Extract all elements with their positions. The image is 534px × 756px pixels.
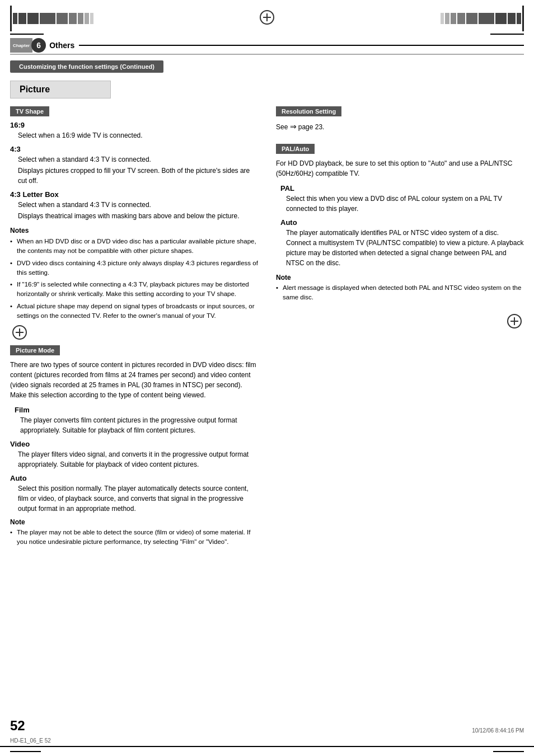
- note-item: •When an HD DVD disc or a DVD video disc…: [10, 237, 258, 256]
- video-title: Video: [10, 440, 258, 448]
- notes-list: •When an HD DVD disc or a DVD video disc…: [10, 237, 258, 321]
- tv-shape-4-3-lb: 4:3 Letter Box Select when a standard 4:…: [10, 190, 258, 221]
- left-deco-blocks: [13, 13, 93, 24]
- page-ref-icon: ⇒: [290, 121, 297, 133]
- left-thin-line: [10, 34, 44, 35]
- tv-shape-4-3-body1: Select when a standard 4:3 TV is connect…: [10, 154, 258, 165]
- pal-auto-item: Auto The player automatically identifies…: [276, 218, 524, 268]
- tv-shape-16-9-title: 16:9: [10, 121, 258, 129]
- picture-mode-auto: Auto Select this position normally. The …: [10, 474, 258, 514]
- tv-shape-4-3-body2: Displays pictures cropped to fill your T…: [10, 166, 258, 186]
- two-col-layout: TV Shape 16:9 Select when a 16:9 wide TV…: [10, 106, 524, 547]
- resolution-body: See ⇒ page 23.: [276, 121, 524, 133]
- page-wrapper: Chapter 6 Others Customizing the functio…: [0, 0, 534, 756]
- tv-shape-16-9: 16:9 Select when a 16:9 wide TV is conne…: [10, 121, 258, 140]
- video-body: The player filters video signal, and con…: [10, 449, 258, 469]
- tv-shape-section: TV Shape 16:9 Select when a 16:9 wide TV…: [10, 106, 258, 321]
- auto-title: Auto: [10, 474, 258, 482]
- picture-mode-video: Video The player filters video signal, a…: [10, 440, 258, 469]
- right-thin-line: [490, 34, 524, 35]
- deco-block: [517, 13, 521, 24]
- picture-heading: Picture: [10, 81, 111, 98]
- bottom-right-line: [493, 751, 524, 752]
- chapter-underline: [79, 45, 524, 46]
- footer-info-right: 10/12/06 8:44:16 PM: [472, 727, 524, 734]
- pal-auto-title: Auto: [276, 218, 524, 227]
- right-column: Resolution Setting See ⇒ page 23. PAL/Au…: [276, 106, 524, 328]
- subtitle-container: Customizing the function settings (Conti…: [10, 60, 524, 73]
- pal-auto-body: The player automatically identifies PAL …: [276, 228, 524, 268]
- center-crosshair: [260, 6, 274, 25]
- pal-auto-label: PAL/Auto: [276, 144, 315, 154]
- bottom-left-line: [10, 751, 41, 752]
- film-title: Film: [10, 406, 258, 414]
- header-separator: [10, 54, 524, 55]
- tv-shape-4-3: 4:3 Select when a standard 4:3 TV is con…: [10, 145, 258, 186]
- top-thin-lines: [10, 34, 524, 35]
- deco-block: [90, 13, 93, 24]
- picture-mode-intro: There are two types of source content in…: [10, 360, 258, 400]
- pal-auto-note-text: •Alert message is displayed when detecte…: [276, 283, 524, 303]
- left-crosshair-area: [10, 325, 258, 340]
- tv-shape-4-3-lb-body1: Select when a standard 4:3 TV is connect…: [10, 200, 258, 210]
- subtitle-bar: Customizing the function settings (Conti…: [10, 60, 163, 73]
- left-column: TV Shape 16:9 Select when a 16:9 wide TV…: [10, 106, 258, 547]
- deco-block: [466, 13, 477, 24]
- picture-mode-section: Picture Mode There are two types of sour…: [10, 345, 258, 547]
- right-vertical-bar: [522, 6, 524, 31]
- deco-block: [18, 13, 26, 24]
- deco-block: [495, 13, 507, 24]
- chapter-label: Chapter: [10, 38, 32, 53]
- pal-auto-note: Note •Alert message is displayed when de…: [276, 274, 524, 303]
- page-number: 52: [10, 718, 25, 734]
- note-item: •Actual picture shape may depend on sign…: [10, 302, 258, 321]
- tv-shape-4-3-lb-title: 4:3 Letter Box: [10, 190, 258, 199]
- pal-auto-intro: For HD DVD playback, be sure to set this…: [276, 158, 524, 179]
- deco-block: [13, 13, 17, 24]
- auto-body: Select this position normally. The playe…: [10, 483, 258, 514]
- right-crosshair-area: [276, 314, 524, 328]
- deco-block: [57, 13, 68, 24]
- notes-title: Notes: [10, 227, 258, 234]
- bottom-bar: [0, 746, 534, 756]
- pal-auto-note-title: Note: [276, 274, 524, 281]
- deco-block: [85, 13, 89, 24]
- top-right-decoration: [441, 6, 524, 31]
- deco-block: [479, 13, 494, 24]
- chapter-badge: Chapter 6 Others: [10, 38, 74, 53]
- page-footer: 52 10/12/06 8:44:16 PM: [10, 718, 524, 734]
- picture-mode-note: Note •The player may not be able to dete…: [10, 518, 258, 547]
- left-crosshair-icon: [12, 325, 27, 340]
- deco-block: [457, 13, 465, 24]
- page-ref: ⇒ page 23.: [290, 121, 325, 133]
- tv-shape-notes: Notes •When an HD DVD disc or a DVD vide…: [10, 227, 258, 321]
- footer-info-left: HD-E1_06_E 52: [10, 738, 51, 744]
- picture-mode-note-text: •The player may not be able to detect th…: [10, 528, 258, 547]
- deco-block: [78, 13, 83, 24]
- pal-item: PAL Select this when you view a DVD disc…: [276, 184, 524, 214]
- deco-block: [441, 13, 444, 24]
- deco-block: [451, 13, 456, 24]
- picture-mode-label: Picture Mode: [10, 345, 60, 355]
- right-crosshair-icon: [507, 314, 522, 328]
- deco-block: [69, 13, 77, 24]
- note-item: •If "16:9" is selected while connecting …: [10, 280, 258, 299]
- chapter-row: Chapter 6 Others: [10, 38, 524, 53]
- deco-block: [508, 13, 516, 24]
- deco-block: [40, 13, 55, 24]
- tv-shape-16-9-body: Select when a 16:9 wide TV is connected.: [10, 130, 258, 140]
- tv-shape-4-3-lb-body2: Displays theatrical images with masking …: [10, 211, 258, 221]
- main-content: Picture TV Shape 16:9 Select when a 16:9…: [10, 81, 524, 547]
- right-deco-blocks: [441, 13, 521, 24]
- resolution-section: Resolution Setting See ⇒ page 23.: [276, 106, 524, 133]
- pal-title: PAL: [276, 184, 524, 192]
- picture-mode-film: Film The player converts film content pi…: [10, 406, 258, 435]
- tv-shape-label: TV Shape: [10, 106, 49, 116]
- crosshair-icon: [260, 10, 274, 25]
- resolution-label: Resolution Setting: [276, 106, 341, 116]
- pal-body: Select this when you view a DVD disc of …: [276, 194, 524, 214]
- deco-block: [27, 13, 39, 24]
- tv-shape-4-3-title: 4:3: [10, 145, 258, 153]
- chapter-number: 6: [31, 38, 46, 53]
- film-body: The player converts film content picture…: [10, 415, 258, 435]
